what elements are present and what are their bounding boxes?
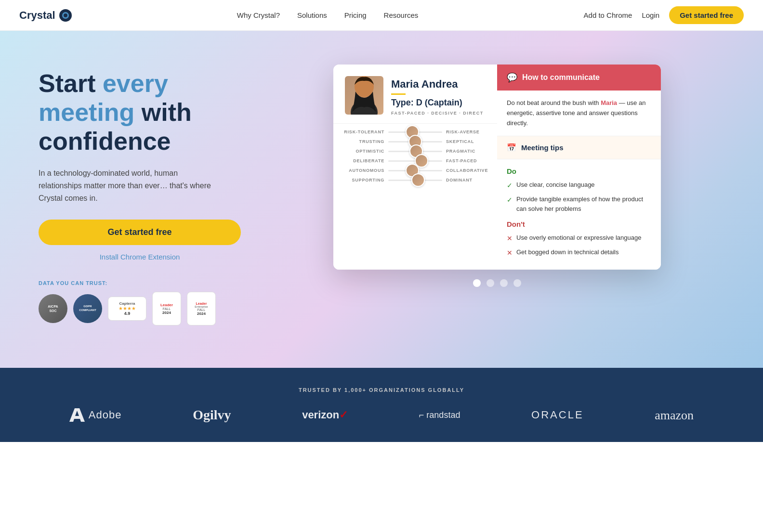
g2-leader-fall-badge: Leader FALL 2024: [152, 292, 181, 325]
carousel-dot-1[interactable]: [473, 279, 481, 287]
nav-cta-button[interactable]: Get started free: [669, 6, 744, 24]
nav-why-crystal[interactable]: Why Crystal?: [237, 11, 280, 19]
comm-pre: Do not beat around the bush with: [507, 99, 601, 106]
svg-point-1: [64, 13, 67, 17]
carousel-dot-4[interactable]: [513, 279, 521, 287]
communicate-header: 💬 How to communicate: [497, 65, 661, 91]
logo[interactable]: Crystal: [19, 9, 72, 22]
trait-dot-supporting: [411, 173, 425, 187]
dont-item-1: ✕ Use overly emotional or expressive lan…: [507, 233, 651, 244]
nav-pricing[interactable]: Pricing: [344, 11, 367, 19]
carousel-dots: [473, 270, 521, 306]
aicpa-badge: AICPASOC: [39, 294, 67, 323]
hero-get-started-button[interactable]: Get started free: [39, 220, 241, 245]
trait-bar-risk: [388, 131, 442, 133]
trust-section: DATA YOU CAN TRUST: AICPASOC GDPRCOMPLIA…: [39, 280, 241, 325]
trait-row-autonomous: AUTONOMOUS COLLABORATIVE: [341, 168, 489, 173]
hero-subtitle: In a technology-dominated world, human r…: [39, 167, 212, 204]
trait-row-optimistic: OPTIMISTIC PRAGMATIC: [341, 149, 489, 154]
trait-left-deliberate: DELIBERATE: [341, 158, 384, 163]
traits-section: RISK-TOLERANT RISK-AVERSE TRUSTING SKE: [333, 124, 497, 193]
trait-left-optimistic: OPTIMISTIC: [341, 149, 384, 154]
meeting-tips-header: 📅 Meeting tips: [497, 136, 661, 159]
chat-icon: 💬: [507, 72, 517, 83]
trusted-section: TRUSTED BY 1,000+ ORGANIZATIONS GLOBALLY…: [0, 368, 763, 442]
nav-links: Why Crystal? Solutions Pricing Resources: [237, 11, 418, 19]
trait-row-deliberate: DELIBERATE FAST-PACED: [341, 158, 489, 163]
trait-bar-optimistic: [388, 151, 442, 152]
trait-bar-supporting: [388, 180, 442, 181]
dont-item-2: ✕ Get bogged down in technical details: [507, 247, 651, 258]
dont-item-1-text: Use overly emotional or expressive langu…: [516, 233, 641, 243]
trait-row-risk: RISK-TOLERANT RISK-AVERSE: [341, 130, 489, 134]
profile-left-panel: Maria Andrea Type: D (Captain) FAST-PACE…: [333, 65, 497, 270]
nav-resources[interactable]: Resources: [384, 11, 419, 19]
dont-item-2-text: Get bogged down in technical details: [516, 247, 618, 257]
capterra-badge: Capterra ★★★★ 4.9: [108, 297, 146, 321]
hero-section: Start every meeting with confidence In a…: [0, 31, 763, 368]
x-icon-2: ✕: [507, 248, 513, 258]
profile-card: Maria Andrea Type: D (Captain) FAST-PACE…: [333, 65, 661, 270]
communicate-body: Do not beat around the bush with Maria —…: [497, 91, 661, 136]
hero-title: Start every meeting with confidence: [39, 69, 241, 156]
hero-title-start: Start: [39, 69, 103, 97]
do-label: Do: [507, 167, 651, 175]
trait-left-autonomous: AUTONOMOUS: [341, 168, 384, 173]
trait-left-trust: TRUSTING: [341, 139, 384, 144]
check-icon-1: ✓: [507, 181, 513, 191]
avatar: [345, 76, 383, 115]
trait-right-trust: SKEPTICAL: [446, 139, 489, 144]
profile-info: Maria Andrea Type: D (Captain) FAST-PACE…: [391, 76, 484, 116]
do-item-2: ✓ Provide tangible examples of how the p…: [507, 195, 651, 213]
comm-name: Maria: [601, 99, 617, 106]
x-icon-1: ✕: [507, 234, 513, 244]
trusted-logos: Adobe Ogilvy verizon✓ ⌐ randstad ORACLE …: [39, 407, 724, 423]
trust-label: DATA YOU CAN TRUST:: [39, 280, 241, 286]
navbar: Crystal Why Crystal? Solutions Pricing R…: [0, 0, 763, 31]
profile-name: Maria Andrea: [391, 78, 484, 91]
logo-icon: [59, 9, 72, 22]
trait-bar-trust: [388, 141, 442, 143]
check-icon-2: ✓: [507, 195, 513, 205]
trait-row-supporting: SUPPORTING DOMINANT: [341, 178, 489, 182]
do-item-1-text: Use clear, concise language: [516, 180, 595, 190]
trait-bar-autonomous: [388, 170, 442, 171]
trait-right-optimistic: PRAGMATIC: [446, 149, 489, 154]
hero-right: Maria Andrea Type: D (Captain) FAST-PACE…: [270, 60, 724, 306]
adobe-logo: Adobe: [69, 408, 122, 422]
nav-actions: Add to Chrome Login Get started free: [584, 6, 744, 24]
trait-right-deliberate: FAST-PACED: [446, 158, 489, 163]
trait-right-supporting: DOMINANT: [446, 178, 489, 182]
trait-right-autonomous: COLLABORATIVE: [446, 168, 489, 173]
carousel-dot-2[interactable]: [487, 279, 494, 287]
logo-text: Crystal: [19, 9, 55, 22]
trait-left-supporting: SUPPORTING: [341, 178, 384, 182]
do-item-1: ✓ Use clear, concise language: [507, 180, 651, 191]
trait-left-risk: RISK-TOLERANT: [341, 130, 384, 134]
trait-bar-deliberate: [388, 160, 442, 162]
meeting-tips-body: Do ✓ Use clear, concise language ✓ Provi…: [497, 159, 661, 270]
install-chrome-link[interactable]: Install Chrome Extension: [39, 253, 241, 261]
gdpr-badge: GDPRCOMPLIANT: [73, 294, 102, 323]
nav-solutions[interactable]: Solutions: [297, 11, 327, 19]
communicate-title: How to communicate: [522, 73, 600, 82]
meeting-tips-title: Meeting tips: [521, 143, 564, 152]
verizon-logo: verizon✓: [302, 409, 348, 421]
carousel-dot-3[interactable]: [500, 279, 508, 287]
add-to-chrome-link[interactable]: Add to Chrome: [584, 11, 632, 19]
g2-leader-enterprise-badge: Leader Enterprise FALL 2024: [187, 292, 216, 325]
randstad-logo: ⌐ randstad: [419, 410, 460, 420]
trust-badges: AICPASOC GDPRCOMPLIANT Capterra ★★★★ 4.9…: [39, 292, 241, 325]
profile-type: Type: D (Captain): [391, 98, 484, 108]
login-link[interactable]: Login: [642, 11, 659, 19]
profile-tags: FAST-PACED · DECISIVE · DIRECT: [391, 111, 484, 116]
trusted-label: TRUSTED BY 1,000+ ORGANIZATIONS GLOBALLY: [39, 387, 724, 393]
do-item-2-text: Provide tangible examples of how the pro…: [516, 195, 651, 213]
oracle-logo: ORACLE: [531, 409, 583, 421]
profile-right-panel: 💬 How to communicate Do not beat around …: [497, 65, 661, 270]
profile-divider: [391, 93, 406, 95]
dont-label: Don't: [507, 220, 651, 228]
hero-left: Start every meeting with confidence In a…: [39, 60, 241, 325]
trait-right-risk: RISK-AVERSE: [446, 130, 489, 134]
amazon-logo: amazon: [655, 408, 694, 423]
